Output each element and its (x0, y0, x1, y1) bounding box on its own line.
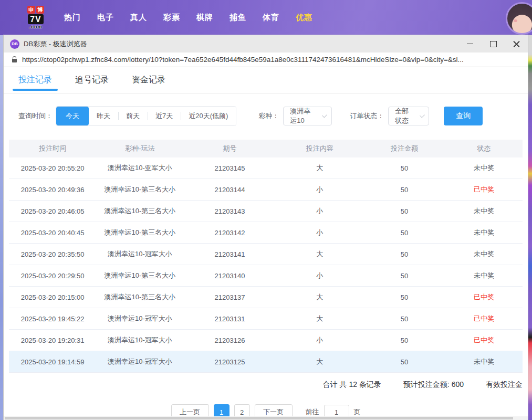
cell-bet-time: 2025-03-20 20:55:20 (9, 164, 96, 172)
cell-game-play: 澳洲幸运10-第三名大小 (96, 271, 183, 280)
time-filter-option[interactable]: 近20天(低频) (181, 107, 236, 125)
cell-bet-amount: 50 (363, 164, 445, 172)
header-status: 状态 (445, 144, 523, 153)
window-controls (458, 35, 528, 52)
table-row[interactable]: 2025-03-20 20:15:00 澳洲幸运10-第三名大小 2120313… (9, 287, 523, 308)
table-row[interactable]: 2025-03-20 19:45:22 澳洲幸运10-冠军大小 21203131… (9, 308, 523, 330)
tab-chase-records[interactable]: 追号记录 (75, 73, 109, 93)
window-title: DB彩票 - 极速浏览器 (24, 39, 87, 49)
maximize-icon (490, 41, 497, 47)
goto-page-label: 前往 (306, 407, 319, 417)
user-avatar[interactable] (506, 2, 532, 35)
nav-item[interactable]: 体育 (263, 13, 279, 23)
nav-item[interactable]: 电子 (97, 13, 114, 23)
cell-bet-content: 小 (276, 228, 363, 237)
cell-issue: 21203140 (184, 272, 276, 280)
table-row[interactable]: 2025-03-20 19:14:59 澳洲幸运10-冠军大小 21203125… (9, 351, 523, 373)
status-filter-label: 订单状态： (350, 111, 384, 121)
url-text[interactable]: https://ctop02pchwp1.zfnc84.com/lottery/… (22, 56, 464, 64)
logo-sub-text: .com (29, 24, 42, 29)
cell-bet-time: 2025-03-20 19:14:59 (9, 358, 96, 366)
record-tabs: 投注记录 追号记录 资金记录 (4, 67, 528, 93)
time-filter-option[interactable]: 近7天 (148, 107, 181, 125)
cell-bet-amount: 50 (363, 337, 445, 344)
cell-bet-content: 大 (276, 249, 363, 259)
minimize-button[interactable] (458, 35, 482, 52)
cell-bet-time: 2025-03-20 19:45:22 (9, 315, 96, 323)
table-row[interactable]: 2025-03-20 20:46:05 澳洲幸运10-第三名大小 2120314… (9, 201, 523, 222)
header-bet-content: 投注内容 (276, 144, 363, 153)
cell-status: 未中奖 (445, 206, 523, 216)
tab-fund-records[interactable]: 资金记录 (132, 73, 165, 93)
table-row[interactable]: 2025-03-20 20:49:36 澳洲幸运10-第三名大小 2120314… (9, 179, 523, 201)
cell-bet-amount: 50 (363, 250, 445, 258)
site-navbar: 申 博 7V .com 热门电子真人彩票棋牌捕鱼体育优惠 (0, 0, 532, 35)
cell-status: 未中奖 (445, 357, 523, 366)
cell-bet-time: 2025-03-20 20:46:05 (9, 207, 96, 215)
tab-bet-records[interactable]: 投注记录 (18, 73, 52, 93)
maximize-button[interactable] (482, 35, 505, 52)
table-row[interactable]: 2025-03-20 20:29:50 澳洲幸运10-第三名大小 2120314… (9, 265, 523, 287)
cell-game-play: 澳洲幸运10-冠军大小 (96, 314, 183, 323)
nav-item[interactable]: 彩票 (163, 13, 180, 23)
chevron-down-icon (420, 113, 425, 118)
table-row[interactable]: 2025-03-20 20:35:50 澳洲幸运10-冠军大小 21203141… (9, 244, 523, 265)
table-row[interactable]: 2025-03-20 19:20:31 澳洲幸运10-冠军大小 21203126… (9, 330, 523, 351)
time-filter-option[interactable]: 前天 (118, 107, 148, 125)
bet-records-table: 投注时间 彩种-玩法 期号 投注内容 投注金额 状态 2025-03-20 20… (9, 140, 523, 373)
cell-status: 未中奖 (445, 228, 523, 237)
cell-bet-content: 大 (276, 163, 363, 173)
table-row[interactable]: 2025-03-20 20:40:45 澳洲幸运10-第三名大小 2120314… (9, 222, 523, 244)
cell-issue: 21203141 (184, 250, 276, 258)
cell-bet-content: 小 (276, 206, 363, 216)
scrollbar-thumb[interactable] (5, 417, 513, 419)
nav-item[interactable]: 捕鱼 (230, 13, 246, 23)
logo-badge-shen: 申 (27, 6, 35, 14)
browser-favicon-icon: DB (10, 39, 19, 49)
logo-main-text: 7V (28, 14, 44, 24)
lottery-filter-label: 彩种： (258, 111, 279, 121)
header-bet-amount: 投注金额 (363, 144, 445, 153)
time-filter-option[interactable]: 今天 (56, 107, 89, 125)
nav-item[interactable]: 热门 (64, 13, 81, 23)
cell-issue: 21203144 (184, 186, 276, 194)
cell-bet-time: 2025-03-20 20:15:00 (9, 293, 96, 301)
time-filter-label: 查询时间： (18, 111, 53, 121)
cell-game-play: 澳洲幸运10-第三名大小 (96, 185, 183, 194)
header-game-play: 彩种-玩法 (96, 144, 183, 153)
browser-urlbar[interactable]: https://ctop02pchwp1.zfnc84.com/lottery/… (4, 52, 528, 67)
lottery-select[interactable]: 澳洲幸运10 (283, 107, 332, 125)
table-body: 2025-03-20 20:55:20 澳洲幸运10-亚军大小 21203145… (9, 158, 523, 373)
chevron-down-icon (322, 113, 327, 118)
minimize-icon (467, 44, 473, 45)
nav-item[interactable]: 真人 (130, 13, 147, 23)
header-bet-time: 投注时间 (9, 144, 96, 153)
cell-bet-amount: 50 (363, 186, 445, 194)
cell-game-play: 澳洲幸运10-第三名大小 (96, 292, 183, 302)
cell-issue: 21203131 (184, 315, 276, 323)
site-logo[interactable]: 申 博 7V .com (27, 6, 44, 29)
lottery-select-value: 澳洲幸运10 (290, 107, 317, 125)
browser-titlebar[interactable]: DB DB彩票 - 极速浏览器 (4, 35, 528, 52)
cell-status: 已中奖 (445, 185, 523, 194)
nav-item[interactable]: 优惠 (296, 13, 312, 23)
browser-window: DB DB彩票 - 极速浏览器 https://ctop02pchwp1.zfn… (4, 35, 528, 420)
summary-total: 合计 共 12 条记录 (323, 380, 381, 390)
nav-item[interactable]: 棋牌 (196, 13, 213, 23)
cell-bet-content: 大 (276, 314, 363, 323)
order-status-select[interactable]: 全部状态 (388, 107, 429, 125)
cell-issue: 21203137 (184, 293, 276, 301)
cell-bet-content: 小 (276, 185, 363, 194)
cell-issue: 21203142 (184, 229, 276, 237)
cell-bet-content: 大 (276, 357, 363, 366)
cell-issue: 21203143 (184, 207, 276, 215)
horizontal-scrollbar[interactable] (4, 416, 528, 420)
page-content: 投注记录 追号记录 资金记录 查询时间： 今天昨天前天近7天近20天(低频) 彩… (4, 67, 528, 420)
search-button[interactable]: 查询 (444, 107, 483, 125)
cell-bet-time: 2025-03-20 20:49:36 (9, 186, 96, 194)
cell-game-play: 澳洲幸运10-冠军大小 (96, 249, 183, 259)
filter-bar: 查询时间： 今天昨天前天近7天近20天(低频) 彩种： 澳洲幸运10 订单状态：… (18, 106, 528, 126)
table-row[interactable]: 2025-03-20 20:55:20 澳洲幸运10-亚军大小 21203145… (9, 158, 523, 179)
time-filter-option[interactable]: 昨天 (89, 107, 118, 125)
close-button[interactable] (505, 35, 528, 52)
